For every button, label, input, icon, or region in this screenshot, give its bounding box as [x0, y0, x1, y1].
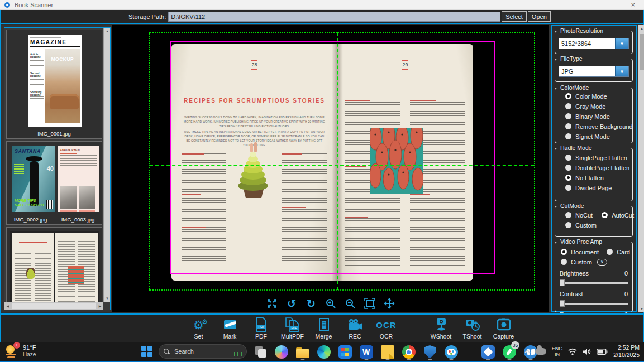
- file-type-dropdown[interactable]: JPG ▼: [559, 66, 629, 77]
- ocr-button[interactable]: OCR OCR: [373, 317, 399, 340]
- scroll-down-icon[interactable]: ▼: [104, 295, 111, 302]
- wshoot-button[interactable]: WShoot: [428, 317, 454, 340]
- radio-icon[interactable]: [607, 249, 613, 255]
- sidebar-vertical-scrollbar[interactable]: ▲ ▼: [103, 28, 110, 302]
- scroll-left-icon[interactable]: ◀: [4, 303, 11, 310]
- radio-autocut[interactable]: AutoCut: [602, 211, 634, 219]
- photos-button[interactable]: [480, 344, 495, 360]
- radio-icon[interactable]: [565, 123, 571, 129]
- radio-icon[interactable]: [565, 185, 571, 191]
- scrollbar-thumb[interactable]: [12, 303, 96, 309]
- restore-button[interactable]: [613, 3, 617, 7]
- close-button[interactable]: ×: [631, 2, 635, 8]
- mark-button[interactable]: Mark: [217, 317, 243, 340]
- slider-handle[interactable]: [560, 300, 565, 307]
- pdf-button[interactable]: PDF PDF: [248, 317, 274, 340]
- chevron-down-icon[interactable]: ∨: [597, 259, 607, 266]
- radio-icon[interactable]: [565, 103, 571, 109]
- clock[interactable]: 2:52 PM 2/10/2025: [613, 344, 640, 359]
- wifi-icon[interactable]: [568, 348, 577, 355]
- radio-document[interactable]: Document: [561, 248, 599, 255]
- photo-resolution-dropdown[interactable]: 5152*3864 ▼: [559, 38, 629, 49]
- radio-icon[interactable]: [561, 249, 567, 255]
- radio-no-flatten[interactable]: No Flatten: [565, 174, 632, 181]
- radio-singlepage-flatten[interactable]: SinglePage Flatten: [565, 154, 632, 161]
- merge-button[interactable]: Merge: [311, 317, 337, 340]
- capture-button[interactable]: Capture: [490, 317, 517, 340]
- radio-doublepage-flatten[interactable]: DoublePage Flatten: [565, 164, 632, 171]
- chevron-down-icon[interactable]: ▼: [615, 66, 628, 76]
- sidebar-horizontal-scrollbar[interactable]: ◀ ▶: [4, 302, 103, 310]
- radio-card[interactable]: Card: [607, 248, 630, 255]
- battery-icon[interactable]: [597, 349, 608, 355]
- chrome-button[interactable]: [401, 344, 416, 360]
- radio-icon[interactable]: [565, 133, 571, 139]
- weather-widget[interactable]: 1 91°F Haze: [4, 344, 36, 358]
- thumbnail-santana-cover[interactable]: SANTANA 40 MORE TIPS SAFETY SPORT: [12, 146, 55, 212]
- multpdf-button[interactable]: PDF MultPDF: [279, 317, 306, 340]
- scrollbar-thumb[interactable]: [640, 34, 644, 70]
- paint-button[interactable]: [443, 344, 459, 360]
- radio-nocut[interactable]: NoCut: [565, 211, 593, 219]
- set-button[interactable]: ⚙⚙ Set: [185, 317, 212, 340]
- scroll-up-icon[interactable]: ▲: [104, 28, 111, 35]
- radio-signet-mode[interactable]: Signet Mode: [565, 133, 632, 140]
- zoom-out-button[interactable]: [344, 297, 356, 310]
- radio-icon[interactable]: [565, 155, 571, 161]
- slider-handle[interactable]: [560, 279, 565, 286]
- thumbnail-item-1[interactable]: MAGAZINE Article Headline Second Headlin…: [6, 30, 102, 139]
- file-explorer-button[interactable]: [295, 344, 310, 360]
- task-view-button[interactable]: [252, 344, 268, 360]
- radio-binary-mode[interactable]: Binary Mode: [565, 113, 632, 120]
- minimize-button[interactable]: —: [593, 2, 599, 8]
- start-button[interactable]: [141, 346, 152, 357]
- radio-icon[interactable]: [602, 212, 608, 218]
- radio-gray-mode[interactable]: Gray Mode: [565, 103, 632, 110]
- scroll-up-icon[interactable]: ▲: [638, 25, 644, 32]
- radio-icon[interactable]: [565, 113, 571, 119]
- radio-icon[interactable]: [565, 175, 571, 181]
- edge-button[interactable]: [316, 344, 331, 360]
- word-button[interactable]: W: [359, 344, 374, 360]
- rotate-right-button[interactable]: ↻: [305, 297, 317, 310]
- fit-screen-button[interactable]: [266, 297, 278, 310]
- copilot-button[interactable]: [274, 344, 289, 360]
- language-indicator[interactable]: ENG IN: [552, 346, 563, 358]
- panel-vertical-scrollbar[interactable]: ▲ ▼: [638, 25, 644, 312]
- radio-icon[interactable]: [561, 259, 567, 265]
- chevron-down-icon[interactable]: ▼: [615, 38, 628, 49]
- radio-color-mode[interactable]: Color Mode: [565, 93, 632, 100]
- thumbnail-lorem-page[interactable]: LOREM IPSUM: [58, 146, 99, 212]
- radio-vpa-custom[interactable]: Custom ∨: [561, 258, 632, 266]
- crop-rectangle[interactable]: [170, 41, 495, 274]
- radio-remove-background[interactable]: Remove Background: [565, 123, 632, 130]
- rotate-left-button[interactable]: ↺: [285, 297, 298, 310]
- radio-cut-custom[interactable]: Custom: [565, 221, 632, 229]
- storage-path-input[interactable]: D:\IGKV\112: [168, 12, 500, 22]
- contrast-slider[interactable]: [560, 300, 628, 307]
- volume-icon[interactable]: [583, 348, 591, 355]
- crop-frame-button[interactable]: [364, 297, 376, 310]
- radio-icon[interactable]: [565, 93, 571, 99]
- scroll-down-icon[interactable]: ▼: [638, 306, 644, 312]
- open-button[interactable]: Open: [528, 11, 551, 22]
- scroll-right-icon[interactable]: ▶: [97, 303, 103, 310]
- radio-icon[interactable]: [565, 165, 571, 171]
- radio-divided-page[interactable]: Divided Page: [565, 184, 632, 191]
- radio-icon[interactable]: [565, 212, 571, 218]
- sticky-notes-button[interactable]: [380, 344, 395, 360]
- rec-button[interactable]: REC: [342, 317, 368, 340]
- whatsapp-button[interactable]: 35: [502, 344, 517, 360]
- onedrive-icon[interactable]: [535, 348, 546, 355]
- radio-icon[interactable]: [565, 222, 571, 228]
- select-button[interactable]: Select: [502, 11, 527, 22]
- zoom-in-button[interactable]: [325, 297, 337, 310]
- store-button[interactable]: [337, 344, 352, 360]
- hidden-icons-chevron[interactable]: [524, 350, 530, 355]
- brightness-slider[interactable]: [560, 279, 628, 286]
- defender-button[interactable]: [422, 344, 437, 360]
- thumbnail-item-4[interactable]: [6, 227, 102, 302]
- pan-move-button[interactable]: [383, 297, 395, 310]
- taskbar-search[interactable]: Search: [159, 344, 247, 359]
- tshoot-button[interactable]: TShoot: [459, 317, 485, 340]
